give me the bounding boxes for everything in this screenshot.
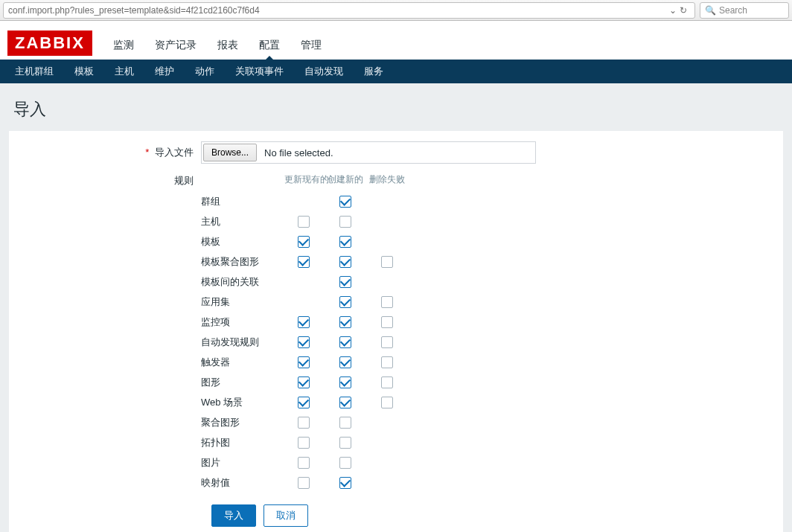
col-create: 创建新的 [325,173,366,186]
checkbox-delete-6[interactable] [381,316,393,328]
checkbox-update-2[interactable] [298,236,310,248]
checkbox-delete-5[interactable] [381,296,393,308]
rule-label: 群组 [201,195,283,208]
rule-row-7: 自动发现规则 [201,332,408,352]
primary-tab-3[interactable]: 配置 [249,31,290,60]
checkbox-create-2[interactable] [339,236,351,248]
checkbox-create-8[interactable] [339,356,351,368]
rule-label: Web 场景 [201,396,283,409]
rule-label: 图片 [201,456,283,469]
checkbox-delete-9[interactable] [381,376,393,388]
checkbox-update-3[interactable] [298,256,310,268]
button-row: 导入 取消 [211,504,770,527]
checkbox-create-5[interactable] [339,296,351,308]
checkbox-create-13[interactable] [339,457,351,469]
url-text: conf.import.php?rules_preset=template&si… [8,5,260,16]
rule-row-11: 聚合图形 [201,412,408,432]
url-dropdown-icon[interactable]: ⌄ [669,5,677,16]
rule-row-14: 映射值 [201,472,408,493]
primary-tab-4[interactable]: 管理 [290,31,332,60]
col-update: 更新现有的 [283,173,325,186]
browse-button[interactable]: Browse... [203,144,257,161]
primary-nav: ZABBIX 监测资产记录报表配置管理 [0,27,792,60]
secondary-tab-4[interactable]: 动作 [185,60,225,83]
checkbox-update-7[interactable] [298,336,310,348]
file-label: 导入文件 [155,147,194,158]
checkbox-update-12[interactable] [298,437,310,449]
page-title: 导入 [13,98,783,121]
rule-label: 映射值 [201,476,283,490]
secondary-tab-5[interactable]: 关联项事件 [225,60,294,83]
browser-search[interactable]: 🔍 Search [700,2,789,19]
checkbox-update-11[interactable] [298,417,310,429]
rule-row-10: Web 场景 [201,392,408,412]
secondary-tab-2[interactable]: 主机 [104,60,144,83]
checkbox-update-1[interactable] [298,216,310,228]
checkbox-create-12[interactable] [339,437,351,449]
logo[interactable]: ZABBIX [7,31,92,56]
rule-label: 自动发现规则 [201,336,283,349]
required-indicator: * [145,147,149,158]
rule-label: 图形 [201,376,283,389]
secondary-tab-1[interactable]: 模板 [64,60,104,83]
secondary-tab-3[interactable]: 维护 [144,60,185,83]
rule-row-6: 监控项 [201,312,408,332]
checkbox-create-4[interactable] [339,276,351,288]
checkbox-delete-3[interactable] [381,256,393,268]
checkbox-create-11[interactable] [339,417,351,429]
rule-row-2: 模板 [201,231,408,251]
primary-tab-1[interactable]: 资产记录 [144,31,207,60]
checkbox-update-14[interactable] [298,477,310,489]
rule-label: 聚合图形 [201,416,283,429]
checkbox-update-9[interactable] [298,376,310,388]
primary-tab-2[interactable]: 报表 [207,31,249,60]
checkbox-delete-7[interactable] [381,336,393,348]
checkbox-delete-8[interactable] [381,356,393,368]
rule-row-1: 主机 [201,211,408,231]
checkbox-delete-10[interactable] [381,397,393,408]
rule-label: 模板 [201,235,283,249]
rule-row-12: 拓扑图 [201,432,408,452]
checkbox-update-13[interactable] [298,457,310,469]
rules-header: 更新现有的 创建新的 删除失败 [201,170,408,190]
checkbox-create-14[interactable] [339,477,351,489]
rule-row-3: 模板聚合图形 [201,251,408,272]
checkbox-create-3[interactable] [339,256,351,268]
rule-row-5: 应用集 [201,292,408,312]
checkbox-create-7[interactable] [339,336,351,348]
checkbox-create-1[interactable] [339,216,351,228]
cancel-button[interactable]: 取消 [264,504,308,527]
file-status: No file selected. [264,147,333,158]
rule-row-0: 群组 [201,191,408,211]
rule-label: 模板聚合图形 [201,255,283,269]
rule-row-4: 模板间的关联 [201,272,408,292]
secondary-tab-0[interactable]: 主机群组 [4,60,64,83]
rule-label: 模板间的关联 [201,275,283,289]
rules-row: 规则 更新现有的 创建新的 删除失败 群组主机模板模板聚合图形模板间的关联应用集… [22,170,770,493]
rule-label: 主机 [201,215,283,228]
checkbox-create-6[interactable] [339,316,351,328]
secondary-tab-6[interactable]: 自动发现 [294,60,354,83]
reload-icon[interactable]: ↻ [680,5,687,16]
primary-tab-0[interactable]: 监测 [103,31,144,60]
rule-label: 应用集 [201,295,283,309]
checkbox-create-0[interactable] [339,196,351,208]
rules-label: 规则 [174,175,194,186]
import-button[interactable]: 导入 [211,504,256,527]
checkbox-update-6[interactable] [298,316,310,328]
file-row: * 导入文件 Browse... No file selected. [22,141,770,164]
checkbox-update-8[interactable] [298,356,310,368]
rule-label: 触发器 [201,356,283,369]
file-input[interactable]: Browse... No file selected. [201,141,536,164]
url-bar[interactable]: conf.import.php?rules_preset=template&si… [3,2,695,19]
search-icon: 🔍 [705,5,716,16]
import-form-card: * 导入文件 Browse... No file selected. 规则 更新… [9,131,783,532]
checkbox-create-10[interactable] [339,397,351,408]
checkbox-update-10[interactable] [298,397,310,408]
rule-row-8: 触发器 [201,352,408,372]
rule-label: 拓扑图 [201,436,283,449]
checkbox-create-9[interactable] [339,376,351,388]
browser-chrome: conf.import.php?rules_preset=template&si… [0,0,792,21]
rule-label: 监控项 [201,315,283,329]
secondary-tab-7[interactable]: 服务 [354,60,394,83]
